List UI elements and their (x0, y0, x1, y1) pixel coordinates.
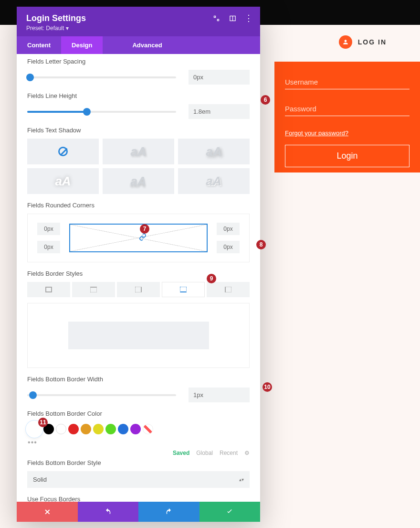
swatch-purple[interactable] (130, 424, 141, 434)
chevron-updown-icon: ▴▾ (239, 477, 244, 482)
label-letter-spacing: Fields Letter Spacing (27, 58, 250, 65)
menu-icon[interactable]: ⋮ (245, 14, 252, 22)
label-line-height: Fields Line Height (27, 92, 250, 99)
corner-tl[interactable]: 0px (37, 223, 60, 235)
columns-icon[interactable] (229, 14, 236, 22)
corner-bl[interactable]: 0px (37, 241, 60, 253)
letter-spacing-slider[interactable] (27, 76, 176, 78)
border-styles-row (27, 282, 250, 297)
panel-body: Fields Letter Spacing 0px Fields Line He… (17, 54, 260, 502)
user-icon (339, 35, 352, 49)
login-badge-text: LOG IN (358, 38, 387, 46)
annotation-8: 8 (256, 240, 266, 249)
status-saved[interactable]: Saved (173, 450, 189, 456)
more-colors-icon[interactable]: ••• (27, 438, 38, 447)
bottom-width-slider[interactable] (27, 394, 176, 396)
letter-spacing-value[interactable]: 0px (189, 70, 250, 85)
tab-design[interactable]: Design (61, 36, 103, 54)
svg-rect-1 (217, 19, 219, 21)
bottom-style-select[interactable]: Solid ▴▾ (27, 471, 250, 488)
status-row: Saved Global Recent ⚙ (27, 450, 250, 456)
save-button[interactable] (200, 502, 261, 522)
shadow-opt-6[interactable]: aA (178, 168, 250, 194)
shadow-opt-5[interactable]: aA (103, 168, 174, 194)
annotation-6: 6 (261, 95, 270, 105)
label-bottom-width: Fields Bottom Border Width (27, 376, 250, 383)
annotation-7: 7 (140, 224, 149, 234)
swatch-red[interactable] (68, 424, 79, 434)
expand-icon[interactable] (212, 14, 220, 22)
color-swatches (27, 422, 250, 436)
redo-button[interactable] (138, 502, 200, 522)
swatch-green[interactable] (105, 424, 116, 434)
login-badge[interactable]: LOG IN (339, 35, 387, 49)
tab-advanced[interactable]: Advanced (122, 36, 172, 54)
label-border-styles: Fields Border Styles (27, 270, 250, 277)
corner-tr[interactable]: 0px (217, 223, 240, 235)
annotation-10: 10 (262, 382, 272, 392)
panel-header: Login Settings Preset: Default ▾ ⋮ (17, 7, 260, 36)
label-bottom-color: Fields Bottom Border Color (27, 410, 250, 417)
label-bottom-style: Fields Bottom Border Style (27, 459, 250, 466)
gear-icon[interactable]: ⚙ (244, 450, 250, 456)
rounded-corners-control: 0px 0px 0px 0px (27, 214, 250, 262)
panel-footer (17, 502, 260, 522)
forgot-password-link[interactable]: Forgot your password? (285, 129, 348, 137)
settings-panel: Login Settings Preset: Default ▾ ⋮ Conte… (17, 7, 260, 522)
text-shadow-options: aA aA aA aA aA (27, 139, 250, 194)
annotation-11: 11 (38, 418, 48, 427)
panel-preset[interactable]: Preset: Default ▾ (26, 25, 251, 32)
undo-button[interactable] (78, 502, 139, 522)
close-button[interactable] (17, 502, 78, 522)
shadow-opt-2[interactable]: aA (103, 139, 174, 164)
label-rounded-corners: Fields Rounded Corners (27, 202, 250, 209)
swatch-blue[interactable] (118, 424, 128, 434)
border-right[interactable] (117, 282, 160, 297)
shadow-opt-4[interactable]: aA (27, 168, 99, 194)
swatch-white[interactable] (56, 424, 66, 434)
status-recent[interactable]: Recent (220, 450, 238, 456)
swatch-orange[interactable] (81, 424, 91, 434)
label-text-shadow: Fields Text Shadow (27, 127, 250, 134)
username-field[interactable] (285, 75, 410, 89)
annotation-9: 9 (207, 274, 216, 283)
swatch-none[interactable] (143, 424, 153, 434)
swatch-yellow[interactable] (93, 424, 104, 434)
corner-br[interactable]: 0px (217, 241, 240, 253)
status-global[interactable]: Global (196, 450, 213, 456)
border-left[interactable] (207, 282, 250, 297)
shadow-none[interactable] (27, 139, 99, 164)
border-top[interactable] (72, 282, 115, 297)
login-preview: Forgot your password? Login (274, 62, 420, 172)
password-field[interactable] (285, 102, 410, 116)
border-bottom[interactable] (162, 282, 205, 297)
border-preview (27, 303, 250, 368)
label-focus-borders: Use Focus Borders (27, 496, 250, 502)
shadow-opt-3[interactable]: aA (178, 139, 250, 164)
svg-rect-0 (214, 16, 215, 17)
tab-content[interactable]: Content (17, 36, 61, 54)
line-height-slider[interactable] (27, 111, 176, 113)
corner-preview-box (69, 224, 208, 252)
login-button[interactable]: Login (285, 145, 410, 167)
line-height-value[interactable]: 1.8em (189, 104, 250, 119)
link-icon[interactable] (139, 233, 147, 243)
panel-tabs: Content Design Advanced (17, 36, 260, 54)
border-all[interactable] (27, 282, 70, 297)
bottom-width-value[interactable]: 1px (189, 388, 250, 402)
